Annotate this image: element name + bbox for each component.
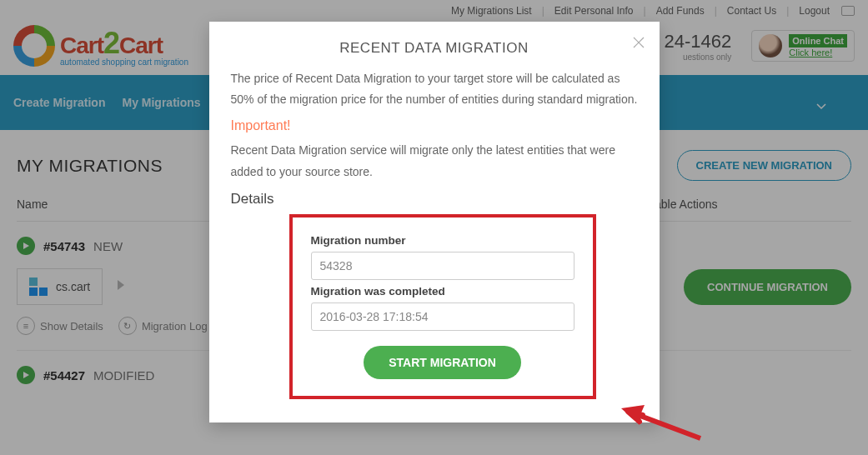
- modal-intro-text: The price of Recent Data Migration to yo…: [231, 68, 638, 110]
- start-migration-button[interactable]: START MIGRATION: [364, 346, 521, 379]
- recent-data-migration-modal: RECENT DATA MIGRATION The price of Recen…: [209, 22, 660, 422]
- migration-completed-label: Migration was completed: [311, 285, 574, 298]
- close-icon[interactable]: [633, 37, 645, 52]
- modal-title: RECENT DATA MIGRATION: [231, 40, 638, 57]
- migration-number-input[interactable]: [311, 252, 574, 280]
- details-heading: Details: [231, 191, 638, 208]
- migration-completed-input[interactable]: [311, 302, 574, 331]
- details-form: Migration number Migration was completed…: [289, 214, 596, 399]
- important-heading: Important!: [231, 118, 638, 133]
- migration-number-label: Migration number: [311, 234, 574, 247]
- important-text: Recent Data Migration service will migra…: [231, 140, 638, 182]
- annotation-arrow-icon: [621, 405, 705, 450]
